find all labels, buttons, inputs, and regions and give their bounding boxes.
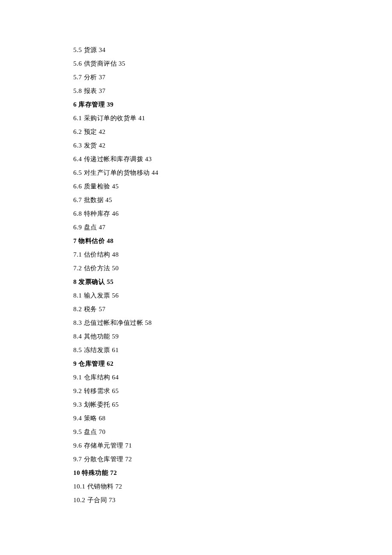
toc-entry-page: 48: [112, 251, 119, 258]
toc-entry: 6.4 传递过帐和库存调拨 43: [73, 156, 392, 162]
toc-entry-page: 34: [99, 46, 106, 53]
toc-entry-number: 5.5: [73, 46, 82, 53]
toc-entry-number: 6.9: [73, 224, 82, 231]
toc-entry: 9.3 划帐委托 65: [73, 402, 392, 408]
toc-entry-number: 9.4: [73, 415, 82, 422]
toc-entry-number: 8.1: [73, 292, 82, 299]
toc-entry-number: 9.6: [73, 442, 82, 449]
toc-entry-page: 42: [99, 128, 106, 135]
toc-entry-page: 46: [112, 210, 119, 217]
toc-entry: 6.7 批数据 45: [73, 197, 392, 203]
toc-entry: 5.5 货源 34: [73, 47, 392, 53]
toc-entry-page: 37: [99, 87, 106, 94]
toc-entry-title: 其他功能: [84, 333, 110, 340]
toc-entry-title: 特种库存: [84, 210, 110, 217]
toc-entry: 6.8 特种库存 46: [73, 211, 392, 217]
toc-entry-page: 72: [115, 483, 122, 490]
toc-entry: 8.5 冻结发票 61: [73, 347, 392, 353]
toc-entry-title: 报表: [84, 87, 97, 94]
toc-entry-page: 48: [107, 237, 114, 244]
toc-entry: 9.7 分散仓库管理 72: [73, 456, 392, 462]
toc-entry: 9.2 转移需求 65: [73, 388, 392, 394]
toc-entry-number: 6.7: [73, 197, 82, 203]
toc-entry-page: 65: [112, 387, 119, 394]
toc-heading: 6 库存管理 39: [73, 101, 392, 108]
toc-entry-number: 7.1: [73, 251, 82, 258]
toc-entry: 9.4 策略 68: [73, 415, 392, 422]
toc-entry-title: 库存管理: [78, 101, 105, 108]
toc-entry-page: 73: [109, 497, 115, 503]
toc-entry-number: 8.3: [73, 319, 82, 326]
toc-entry-page: 57: [99, 306, 106, 312]
toc-entry-title: 特殊功能: [82, 469, 108, 476]
toc-entry-number: 8.5: [73, 347, 82, 353]
toc-entry-page: 41: [138, 115, 145, 121]
toc-entry-title: 估价结构: [84, 251, 110, 258]
toc-entry: 8.2 税务 57: [73, 306, 392, 312]
toc-entry-page: 72: [125, 456, 132, 462]
toc-entry-title: 盘点: [84, 428, 97, 435]
toc-entry-title: 估价方法: [84, 265, 110, 272]
toc-entry-number: 8: [73, 278, 77, 285]
toc-entry-number: 8.4: [73, 333, 82, 340]
toc-entry-number: 6.6: [73, 183, 82, 190]
toc-entry-page: 50: [112, 265, 119, 272]
toc-entry: 9.5 盘点 70: [73, 429, 392, 435]
toc-entry-page: 55: [107, 278, 114, 285]
toc-entry-title: 分析: [84, 74, 97, 81]
toc-entry-number: 9.1: [73, 374, 82, 381]
toc-entry-page: 44: [152, 169, 159, 176]
toc-entry-title: 税务: [84, 306, 97, 312]
toc-entry-title: 批数据: [84, 197, 104, 203]
toc-entry-title: 发货: [84, 142, 97, 149]
toc-entry-number: 5.8: [73, 87, 82, 94]
toc-entry-page: 43: [145, 156, 152, 162]
toc-entry: 6.2 预定 42: [73, 129, 392, 135]
toc-entry: 5.6 供货商评估 35: [73, 61, 392, 67]
toc-entry-title: 转移需求: [84, 387, 110, 394]
toc-entry-number: 6.5: [73, 169, 82, 176]
toc-entry-page: 39: [107, 101, 114, 108]
toc-entry-page: 45: [105, 197, 112, 203]
toc-entry: 6.6 质量检验 45: [73, 183, 392, 190]
toc-entry-number: 10: [73, 469, 80, 476]
toc-entry-number: 6.2: [73, 128, 82, 135]
toc-entry-title: 物料估价: [78, 237, 105, 244]
toc-entry-page: 56: [112, 292, 119, 299]
toc-entry-number: 9.5: [73, 428, 82, 435]
toc-entry: 6.5 对生产订单的货物移动 44: [73, 170, 392, 176]
toc-entry-title: 划帐委托: [84, 401, 110, 408]
toc-heading: 9 仓库管理 62: [73, 361, 392, 367]
toc-heading: 8 发票确认 55: [73, 279, 392, 285]
toc-entry-page: 35: [118, 60, 125, 67]
toc-entry-number: 5.6: [73, 60, 82, 67]
toc-entry-number: 6.3: [73, 142, 82, 149]
toc-entry: 9.1 仓库结构 64: [73, 374, 392, 381]
toc-entry-title: 仓库结构: [84, 374, 110, 381]
toc-entry: 6.9 盘点 47: [73, 224, 392, 231]
toc-entry-page: 42: [99, 142, 106, 149]
toc-entry-number: 6.4: [73, 156, 82, 162]
toc-entry: 5.8 报表 37: [73, 88, 392, 94]
toc-entry-page: 68: [99, 415, 106, 422]
toc-entry-title: 冻结发票: [84, 347, 110, 353]
toc-entry-page: 58: [145, 319, 152, 326]
toc-entry-page: 72: [110, 469, 117, 476]
toc-entry-title: 供货商评估: [84, 60, 117, 67]
toc-entry-number: 5.7: [73, 74, 82, 81]
toc-entry: 8.4 其他功能 59: [73, 333, 392, 340]
toc-entry-title: 质量检验: [84, 183, 110, 190]
toc-entry: 10.1 代销物料 72: [73, 483, 392, 490]
toc-entry-title: 仓库管理: [78, 360, 105, 367]
toc-entry-title: 盘点: [84, 224, 97, 231]
toc-entry-page: 62: [107, 360, 114, 367]
toc-entry-title: 传递过帐和库存调拨: [84, 156, 144, 162]
toc-entry-title: 策略: [84, 415, 97, 422]
toc-entry: 7.1 估价结构 48: [73, 251, 392, 258]
toc-entry-title: 预定: [84, 128, 97, 135]
toc-entry-number: 9.7: [73, 456, 82, 462]
toc-entry-number: 9.2: [73, 387, 82, 394]
toc-entry-title: 代销物料: [87, 483, 114, 490]
toc-entry-title: 存储单元管理: [84, 442, 124, 449]
toc-entry: 6.1 采购订单的收货单 41: [73, 115, 392, 121]
